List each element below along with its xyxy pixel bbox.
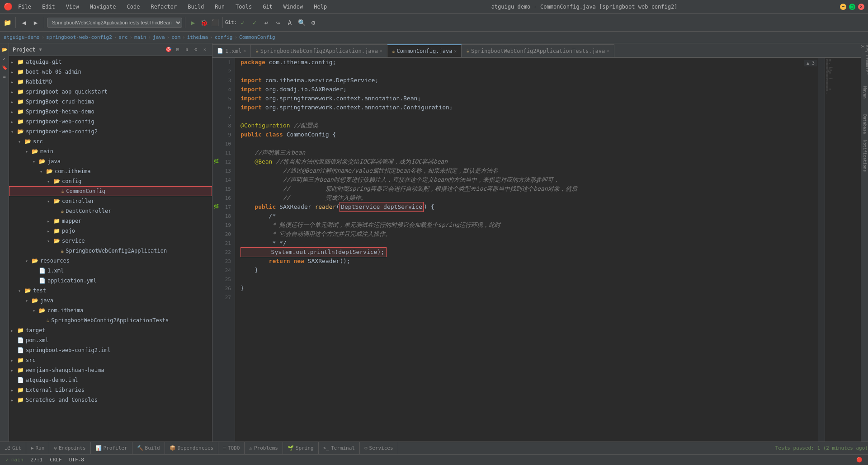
tree-item[interactable]: ▾📂java bbox=[9, 296, 212, 305]
run-config-select[interactable]: SpringbootWebConfig2ApplicationTests.tes… bbox=[47, 18, 182, 28]
toolbar-icon-undo[interactable]: ↩ bbox=[261, 17, 272, 28]
tree-item[interactable]: ☕DeptController bbox=[9, 206, 212, 216]
tree-item[interactable]: ▸📁External Libraries bbox=[9, 385, 212, 395]
tree-item[interactable]: ▸📁springboot-web-config bbox=[9, 117, 212, 127]
breadcrumb-item-java[interactable]: java bbox=[153, 34, 165, 40]
right-sidebar-item-database[interactable]: Database bbox=[862, 108, 868, 140]
tree-item[interactable]: ▾📂resources bbox=[9, 256, 212, 266]
tree-item[interactable]: ▸📁wenjian-shangchuan-heima bbox=[9, 365, 212, 375]
bookmarks-icon[interactable]: 🔖 bbox=[0, 63, 9, 71]
editor-tab-commonconfigjava[interactable]: ☕CommonConfig.java× bbox=[387, 44, 462, 57]
bottom-tab-problems[interactable]: ⚠Problems bbox=[245, 442, 283, 455]
scrollbar-right[interactable] bbox=[818, 58, 825, 442]
tree-item[interactable]: 📄pom.xml bbox=[9, 335, 212, 345]
tree-item[interactable]: ▸📁SpringBoot-heima-demo bbox=[9, 107, 212, 117]
menu-item-refactor[interactable]: Refactor bbox=[149, 3, 179, 11]
bottom-tab-endpoints[interactable]: ⊙Endpoints bbox=[49, 442, 90, 455]
menu-item-code[interactable]: Code bbox=[125, 3, 142, 11]
tree-item[interactable]: ▸📁mapper bbox=[9, 216, 212, 226]
toolbar-icon-settings[interactable]: ⚙ bbox=[308, 17, 319, 28]
tree-item[interactable]: ▾📂com.itheima bbox=[9, 305, 212, 315]
editor-tab-springbootwebconfig2applicationtestsjava[interactable]: ☕SpringbootWebConfig2ApplicationTests.ja… bbox=[462, 44, 614, 57]
run-btn[interactable]: ▶ bbox=[188, 18, 198, 28]
tree-item[interactable]: ▾📂src bbox=[9, 136, 212, 146]
panel-dropdown-icon[interactable]: ▼ bbox=[39, 47, 42, 52]
menu-item-help[interactable]: Help bbox=[312, 3, 329, 11]
toolbar-icon-checkmark[interactable]: ✓ bbox=[249, 17, 260, 28]
commit-icon[interactable]: ✔ bbox=[0, 54, 9, 62]
tree-item[interactable]: 📄atguigu-demo.iml bbox=[9, 375, 212, 385]
tree-item[interactable]: ▾📂config bbox=[9, 176, 212, 186]
toolbar-icon-redo[interactable]: ↪ bbox=[273, 17, 283, 28]
tree-item[interactable]: 📄1.xml bbox=[9, 266, 212, 276]
tree-item[interactable]: ▸📁pojo bbox=[9, 226, 212, 236]
panel-icon-locate[interactable]: 🎯 bbox=[165, 46, 172, 53]
tree-item[interactable]: ▸📁SpringBoot-crud-heima bbox=[9, 97, 212, 107]
tree-item[interactable]: ▸📁RabbitMQ bbox=[9, 77, 212, 87]
right-sidebar-item-keypromoterx[interactable]: Key Promoter X bbox=[862, 45, 868, 77]
bean-icon[interactable]: 🌿 bbox=[213, 159, 220, 165]
toolbar-icon-forward[interactable]: ▶ bbox=[30, 17, 41, 28]
bottom-tab-run[interactable]: ▶Run bbox=[26, 442, 50, 455]
right-sidebar-item-notifications[interactable]: Notifications bbox=[862, 140, 868, 172]
tree-item[interactable]: ▾📂com.itheima bbox=[9, 166, 212, 176]
menu-item-run[interactable]: Run bbox=[213, 3, 226, 11]
bottom-tab-terminal[interactable]: >_Terminal bbox=[319, 442, 360, 455]
tree-item[interactable]: ▾📂springboot-web-config2 bbox=[9, 127, 212, 136]
menu-item-tools[interactable]: Tools bbox=[234, 3, 254, 11]
breadcrumb-item-com[interactable]: com bbox=[171, 34, 180, 40]
tab-close-btn[interactable]: × bbox=[380, 48, 382, 53]
tree-item[interactable]: ☕SpringbootWebConfig2Application bbox=[9, 246, 212, 256]
tree-item[interactable]: ▾📂controller bbox=[9, 196, 212, 206]
breadcrumb-item-atguigudemo[interactable]: atguigu-demo bbox=[4, 34, 39, 40]
toolbar-icon-project[interactable]: 📁 bbox=[2, 17, 13, 28]
tree-item[interactable]: ▸📁boot-web-05-admin bbox=[9, 67, 212, 77]
menu-item-file[interactable]: File bbox=[16, 3, 33, 11]
tree-item[interactable]: ▸📁springboot-aop-quickstart bbox=[9, 87, 212, 97]
breadcrumb-item-commonconfig[interactable]: CommonConfig bbox=[239, 34, 275, 40]
bottom-tab-spring[interactable]: 🌱Spring bbox=[283, 442, 319, 455]
tab-close-btn[interactable]: × bbox=[454, 49, 457, 54]
project-icon[interactable]: 📂 bbox=[0, 45, 9, 53]
stop-btn[interactable]: ⬛ bbox=[210, 18, 220, 28]
breadcrumb-item-src[interactable]: src bbox=[118, 34, 127, 40]
tree-item[interactable]: ▾📂service bbox=[9, 236, 212, 246]
bottom-tab-profiler[interactable]: 📊Profiler bbox=[91, 442, 132, 455]
maximize-btn[interactable]: □ bbox=[849, 4, 855, 10]
breadcrumb-item-main[interactable]: main bbox=[134, 34, 146, 40]
bottom-tab-todo[interactable]: ≡TODO bbox=[218, 442, 245, 455]
toolbar-icon-git[interactable]: Git: bbox=[226, 17, 236, 28]
breadcrumb-item-itheima[interactable]: itheima bbox=[187, 34, 208, 40]
menu-item-window[interactable]: Window bbox=[282, 3, 305, 11]
tree-item[interactable]: ☕SpringbootWebConfig2ApplicationTests bbox=[9, 315, 212, 325]
code-content[interactable]: package com.itheima.config;import com.it… bbox=[235, 58, 818, 442]
menu-item-git[interactable]: Git bbox=[261, 3, 274, 11]
tree-item[interactable]: 📄springboot-web-config2.iml bbox=[9, 345, 212, 355]
toolbar-icon-back[interactable]: ◀ bbox=[19, 17, 29, 28]
tree-item[interactable]: ▾📂test bbox=[9, 286, 212, 296]
structure-icon[interactable]: ≡ bbox=[0, 72, 9, 80]
bottom-tab-build[interactable]: 🔨Build bbox=[132, 442, 165, 455]
toolbar-icon-translate[interactable]: A bbox=[284, 17, 295, 28]
panel-icon-close[interactable]: × bbox=[201, 46, 208, 53]
panel-icon-sort[interactable]: ⇅ bbox=[183, 46, 190, 53]
bottom-tab-git[interactable]: ⎇Git bbox=[0, 442, 26, 455]
menu-item-navigate[interactable]: Navigate bbox=[88, 3, 118, 11]
breadcrumb-item-config[interactable]: config bbox=[215, 34, 233, 40]
bean-icon[interactable]: 🌿 bbox=[213, 204, 220, 210]
tree-item[interactable]: ▸📁src bbox=[9, 355, 212, 365]
bottom-tab-dependencies[interactable]: 📦Dependencies bbox=[165, 442, 218, 455]
bottom-tab-services[interactable]: ⚙Services bbox=[360, 442, 398, 455]
tree-item[interactable]: ▸📁atguigu-git bbox=[9, 57, 212, 67]
tab-close-btn[interactable]: × bbox=[243, 48, 246, 53]
tree-item[interactable]: 📄application.yml bbox=[9, 276, 212, 286]
menu-item-edit[interactable]: Edit bbox=[40, 3, 57, 11]
toolbar-icon-search[interactable]: 🔍 bbox=[296, 17, 307, 28]
breadcrumb-item-springbootwebconfig2[interactable]: springboot-web-config2 bbox=[46, 34, 112, 40]
panel-icon-settings[interactable]: ⚙ bbox=[192, 46, 199, 53]
panel-icon-collapse[interactable]: ⊟ bbox=[174, 46, 181, 53]
editor-tab-1xml[interactable]: 📄1.xml× bbox=[212, 44, 251, 57]
menu-item-view[interactable]: View bbox=[64, 3, 81, 11]
debug-btn[interactable]: 🐞 bbox=[199, 18, 209, 28]
tree-item[interactable]: ☕CommonConfig bbox=[9, 186, 212, 196]
